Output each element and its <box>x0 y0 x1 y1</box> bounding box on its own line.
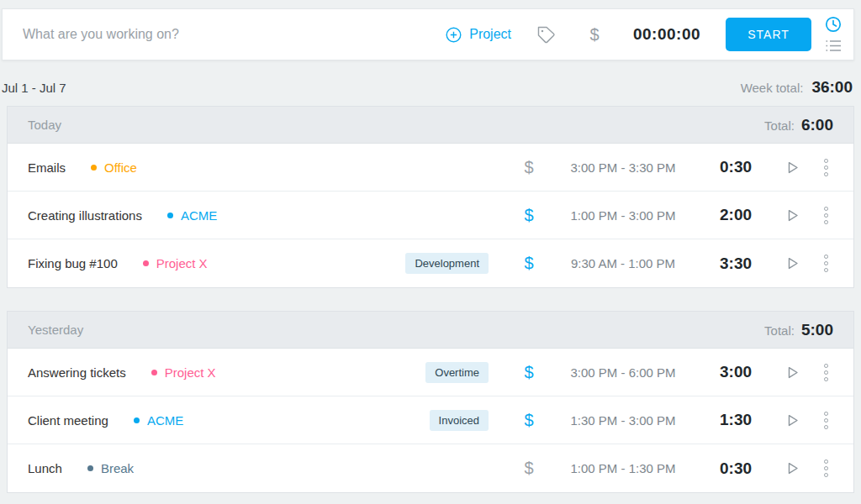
section-total: Total: 6:00 <box>764 116 833 134</box>
continue-entry-button[interactable] <box>773 207 811 223</box>
entry-description[interactable]: Answering tickets <box>28 365 126 380</box>
billable-toggle-button[interactable]: $ <box>583 25 606 45</box>
entry-project[interactable]: Break <box>87 461 134 475</box>
manual-mode-button[interactable] <box>825 39 842 53</box>
description-input[interactable] <box>23 27 446 42</box>
entry-project[interactable]: Project X <box>151 365 216 380</box>
billable-icon[interactable]: $ <box>510 363 547 382</box>
section-title: Today <box>28 118 61 132</box>
entry-menu-button[interactable] <box>811 159 840 176</box>
kebab-menu-icon <box>824 255 828 259</box>
start-button[interactable]: START <box>726 18 811 51</box>
entry-description[interactable]: Fixing bug #100 <box>28 256 118 270</box>
project-label[interactable]: ACME <box>147 413 183 428</box>
tag-badge[interactable]: Development <box>405 253 489 274</box>
play-icon <box>784 365 800 381</box>
time-entry-row[interactable]: Lunch Break $ 1:00 PM - 1:30 PM 0:30 <box>8 444 853 492</box>
entry-description[interactable]: Emails <box>28 160 66 175</box>
entry-duration[interactable]: 3:30 <box>699 255 773 273</box>
entry-time-range[interactable]: 9:30 AM - 1:00 PM <box>547 256 699 270</box>
project-bullet <box>87 465 93 471</box>
week-range: Jul 1 - Jul 7 <box>2 81 66 95</box>
entry-description[interactable]: Lunch <box>28 461 62 475</box>
entry-time-range[interactable]: 1:30 PM - 3:00 PM <box>547 413 699 428</box>
section-total-label: Total: <box>764 323 795 338</box>
project-label[interactable]: ACME <box>181 208 217 223</box>
kebab-menu-icon <box>824 364 828 368</box>
play-icon <box>784 255 800 271</box>
continue-entry-button[interactable] <box>773 412 811 428</box>
clock-icon <box>825 16 842 33</box>
time-entry-row[interactable]: Creating illustrations ACME $ 1:00 PM - … <box>8 192 853 239</box>
entry-duration[interactable]: 1:30 <box>699 411 773 429</box>
timer-display: 00:00:00 <box>628 25 705 44</box>
play-icon <box>784 160 800 176</box>
entry-time-range[interactable]: 3:00 PM - 3:30 PM <box>547 160 699 175</box>
kebab-menu-icon <box>824 412 828 416</box>
continue-entry-button[interactable] <box>773 255 811 271</box>
project-label[interactable]: Office <box>104 160 137 175</box>
project-label[interactable]: Project X <box>165 365 216 380</box>
time-tracker-page: Project $ 00:00:00 START <box>0 8 861 493</box>
plus-circle-icon <box>446 27 462 43</box>
section-title: Yesterday <box>28 323 83 337</box>
billable-icon[interactable]: $ <box>510 411 547 430</box>
entry-project[interactable]: ACME <box>134 413 183 428</box>
add-project-button[interactable]: Project <box>446 27 511 43</box>
project-bullet <box>143 260 149 266</box>
billable-icon[interactable]: $ <box>510 254 547 273</box>
play-icon <box>784 207 800 223</box>
kebab-menu-icon <box>824 459 828 464</box>
time-entry-row[interactable]: Emails Office $ 3:00 PM - 3:30 PM 0:30 <box>8 144 853 192</box>
entry-duration[interactable]: 0:30 <box>699 459 773 478</box>
section-total-value: 5:00 <box>801 321 833 339</box>
timer-mode-button[interactable] <box>825 16 842 33</box>
entry-time-range[interactable]: 3:00 PM - 6:00 PM <box>547 365 699 380</box>
section-total-label: Total: <box>764 118 795 133</box>
entry-description[interactable]: Client meeting <box>28 413 108 428</box>
billable-icon[interactable]: $ <box>510 459 547 478</box>
section-rows: Answering tickets Project X Overtime $ 3… <box>8 349 853 492</box>
entry-time-range[interactable]: 1:00 PM - 3:00 PM <box>547 208 699 223</box>
timer-bar: Project $ 00:00:00 START <box>2 8 854 60</box>
continue-entry-button[interactable] <box>773 460 811 476</box>
play-icon <box>784 460 800 476</box>
entry-project[interactable]: Office <box>91 160 137 175</box>
billable-icon[interactable]: $ <box>510 158 547 177</box>
project-bullet <box>134 417 140 423</box>
list-icon <box>825 39 842 53</box>
play-icon <box>784 412 800 428</box>
week-total: Week total: 36:00 <box>741 78 853 97</box>
tag-badge[interactable]: Overtime <box>425 362 489 383</box>
billable-icon[interactable]: $ <box>510 206 547 225</box>
week-summary: Jul 1 - Jul 7 Week total: 36:00 <box>2 78 853 97</box>
week-total-label: Week total: <box>741 81 804 95</box>
continue-entry-button[interactable] <box>773 160 811 176</box>
entry-description[interactable]: Creating illustrations <box>28 208 142 223</box>
entry-duration[interactable]: 2:00 <box>699 206 773 224</box>
time-entry-row[interactable]: Client meeting ACME Invoiced $ 1:30 PM -… <box>8 396 853 444</box>
project-bullet <box>91 165 97 171</box>
entry-menu-button[interactable] <box>811 364 840 381</box>
tag-badge[interactable]: Invoiced <box>430 410 489 431</box>
entry-menu-button[interactable] <box>811 207 840 224</box>
section-header: Yesterday Total: 5:00 <box>8 312 853 349</box>
project-label[interactable]: Project X <box>156 256 208 270</box>
entry-duration[interactable]: 3:00 <box>699 363 773 381</box>
kebab-menu-icon <box>824 207 828 211</box>
add-project-label: Project <box>469 27 511 42</box>
entry-menu-button[interactable] <box>811 412 840 429</box>
time-entry-row[interactable]: Fixing bug #100 Project X Development $ … <box>8 239 853 287</box>
entry-project[interactable]: ACME <box>167 208 217 223</box>
continue-entry-button[interactable] <box>773 365 811 381</box>
project-bullet <box>151 370 157 375</box>
entry-menu-button[interactable] <box>811 255 840 272</box>
tags-button[interactable] <box>536 25 556 45</box>
entry-time-range[interactable]: 1:00 PM - 1:30 PM <box>547 461 699 475</box>
section-total: Total: 5:00 <box>764 321 833 339</box>
project-label[interactable]: Break <box>101 461 134 475</box>
entry-menu-button[interactable] <box>811 459 840 477</box>
time-entry-row[interactable]: Answering tickets Project X Overtime $ 3… <box>8 349 853 396</box>
entry-project[interactable]: Project X <box>143 256 208 270</box>
entry-duration[interactable]: 0:30 <box>699 158 773 176</box>
